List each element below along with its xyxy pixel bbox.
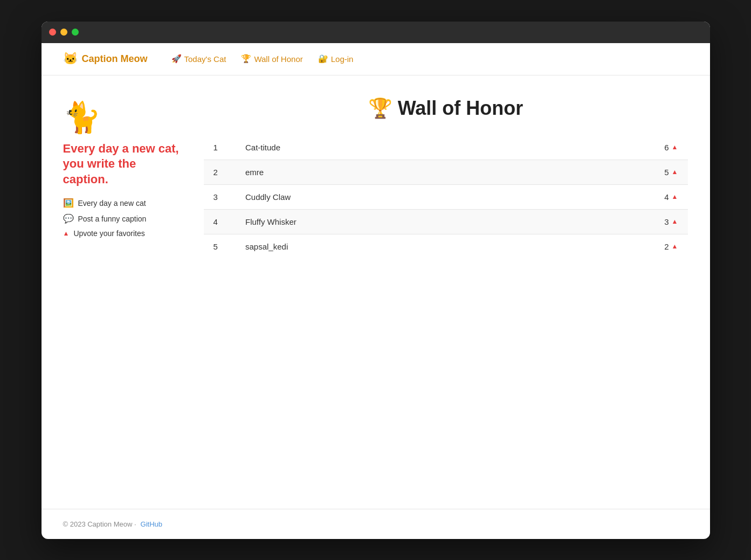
score-value: 4 bbox=[664, 192, 669, 202]
sidebar-features-list: 🖼️ Every day a new cat 💬 Post a funny ca… bbox=[63, 198, 182, 238]
nav-wall-of-honor-label: Wall of Honor bbox=[254, 54, 302, 64]
maximize-button[interactable] bbox=[72, 29, 79, 36]
name-cell: Cat-titude bbox=[236, 135, 543, 160]
page-title-text: Wall of Honor bbox=[398, 97, 523, 120]
titlebar bbox=[42, 22, 710, 43]
rocket-icon: 🚀 bbox=[171, 54, 182, 64]
nav-log-in-label: Log-in bbox=[331, 54, 354, 64]
nav-wall-of-honor[interactable]: 🏆 Wall of Honor bbox=[241, 54, 302, 64]
rank-cell: 3 bbox=[203, 184, 236, 209]
feature-upvote-label: Upvote your favorites bbox=[73, 229, 144, 238]
score-value: 2 bbox=[664, 242, 669, 251]
score-value: 6 bbox=[664, 143, 669, 152]
upvote-arrow-icon: ▲ bbox=[672, 193, 678, 201]
footer: © 2023 Caption Meow · GitHub bbox=[42, 509, 710, 539]
cat-emoji: 🐱 bbox=[63, 52, 78, 66]
leaderboard-table: 1 Cat-titude 6 ▲ 2 emre 5 ▲ 3 Cuddly Cla… bbox=[203, 135, 688, 259]
nav-todays-cat-label: Today's Cat bbox=[184, 54, 226, 64]
nav-links: 🚀 Today's Cat 🏆 Wall of Honor 🔐 Log-in bbox=[171, 54, 354, 64]
table-row: 4 Fluffy Whisker 3 ▲ bbox=[203, 209, 688, 234]
table-row: 1 Cat-titude 6 ▲ bbox=[203, 135, 688, 160]
feature-new-cat-label: Every day a new cat bbox=[78, 199, 146, 208]
brand-logo[interactable]: 🐱 Caption Meow bbox=[63, 52, 148, 66]
nav-todays-cat[interactable]: 🚀 Today's Cat bbox=[171, 54, 226, 64]
table-row: 5 sapsal_kedi 2 ▲ bbox=[203, 234, 688, 259]
main-content: 🐈 Every day a new cat,you write the capt… bbox=[42, 75, 710, 509]
rank-cell: 2 bbox=[203, 160, 236, 184]
upvote-arrow-icon: ▲ bbox=[672, 143, 678, 151]
minimize-button[interactable] bbox=[60, 29, 67, 36]
upvote-icon: ▲ bbox=[63, 230, 70, 237]
name-cell: Cuddly Claw bbox=[236, 184, 543, 209]
feature-new-cat: 🖼️ Every day a new cat bbox=[63, 198, 182, 208]
app-window: 🐱 Caption Meow 🚀 Today's Cat 🏆 Wall of H… bbox=[42, 22, 710, 539]
feature-upvote: ▲ Upvote your favorites bbox=[63, 229, 182, 238]
score-value: 3 bbox=[664, 217, 669, 226]
page-title: 🏆 Wall of Honor bbox=[203, 97, 688, 120]
score-value: 5 bbox=[664, 168, 669, 177]
rank-cell: 5 bbox=[203, 234, 236, 259]
sidebar-cat-emoji: 🐈 bbox=[63, 102, 182, 133]
upvote-arrow-icon: ▲ bbox=[672, 168, 678, 176]
table-row: 3 Cuddly Claw 4 ▲ bbox=[203, 184, 688, 209]
upvote-arrow-icon: ▲ bbox=[672, 243, 678, 250]
score-cell: 2 ▲ bbox=[543, 234, 688, 259]
rank-cell: 1 bbox=[203, 135, 236, 160]
score-cell: 4 ▲ bbox=[543, 184, 688, 209]
speech-icon: 💬 bbox=[63, 213, 74, 224]
page-title-trophy-icon: 🏆 bbox=[368, 97, 392, 120]
footer-copyright: © 2023 Caption Meow · bbox=[63, 520, 136, 528]
upvote-arrow-icon: ▲ bbox=[672, 218, 678, 225]
name-cell: Fluffy Whisker bbox=[236, 209, 543, 234]
score-cell: 5 ▲ bbox=[543, 160, 688, 184]
table-row: 2 emre 5 ▲ bbox=[203, 160, 688, 184]
footer-github-link[interactable]: GitHub bbox=[141, 520, 162, 528]
name-cell: emre bbox=[236, 160, 543, 184]
lock-icon: 🔐 bbox=[318, 54, 328, 64]
leaderboard-body: 1 Cat-titude 6 ▲ 2 emre 5 ▲ 3 Cuddly Cla… bbox=[203, 135, 688, 259]
image-icon: 🖼️ bbox=[63, 198, 74, 208]
name-cell: sapsal_kedi bbox=[236, 234, 543, 259]
content-area: 🏆 Wall of Honor 1 Cat-titude 6 ▲ 2 emre bbox=[203, 97, 688, 259]
brand-name: Caption Meow bbox=[82, 53, 148, 65]
score-cell: 6 ▲ bbox=[543, 135, 688, 160]
sidebar-tagline: Every day a new cat,you write the captio… bbox=[63, 141, 182, 188]
rank-cell: 4 bbox=[203, 209, 236, 234]
sidebar: 🐈 Every day a new cat,you write the capt… bbox=[63, 97, 182, 238]
feature-caption-label: Post a funny caption bbox=[78, 215, 147, 223]
nav-log-in[interactable]: 🔐 Log-in bbox=[318, 54, 354, 64]
score-cell: 3 ▲ bbox=[543, 209, 688, 234]
close-button[interactable] bbox=[49, 29, 56, 36]
feature-caption: 💬 Post a funny caption bbox=[63, 213, 182, 224]
navbar: 🐱 Caption Meow 🚀 Today's Cat 🏆 Wall of H… bbox=[42, 43, 710, 75]
trophy-icon: 🏆 bbox=[241, 54, 251, 64]
